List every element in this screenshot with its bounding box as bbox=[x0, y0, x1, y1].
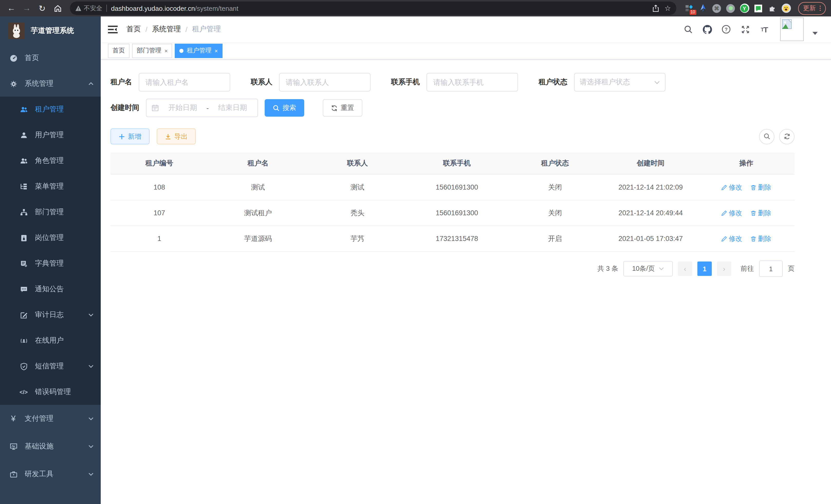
breadcrumb-home[interactable]: 首页 bbox=[126, 25, 141, 34]
navbar: 首页 / 系统管理 / 租户管理 ? bbox=[101, 17, 831, 42]
id-badge-icon bbox=[20, 234, 28, 242]
trash-icon bbox=[750, 236, 756, 242]
avatar-caret-icon[interactable] bbox=[812, 32, 818, 35]
extension-badge: 10 bbox=[689, 10, 696, 15]
date-range-picker[interactable]: 开始日期 - 结束日期 bbox=[146, 99, 258, 117]
tag-dept[interactable]: 部门管理 × bbox=[132, 43, 172, 58]
chevron-down-icon bbox=[88, 365, 93, 368]
mobile-input[interactable] bbox=[427, 73, 518, 91]
tenant-name-input[interactable] bbox=[139, 73, 230, 91]
trash-icon bbox=[750, 184, 756, 190]
app-logo-row[interactable]: 芋道管理系统 bbox=[0, 17, 101, 45]
breadcrumb-system[interactable]: 系统管理 bbox=[152, 25, 181, 34]
reset-button[interactable]: 重置 bbox=[323, 99, 362, 117]
sidebar-item-pay[interactable]: ¥ 支付管理 bbox=[0, 405, 101, 433]
page-size-select[interactable]: 10条/页 bbox=[623, 261, 673, 276]
goto-label: 前往 bbox=[741, 264, 754, 273]
app-logo bbox=[8, 23, 25, 39]
sidebar: 芋道管理系统 首页 系统管理 bbox=[0, 17, 101, 504]
sidebar-item-menu[interactable]: 菜单管理 bbox=[0, 174, 101, 199]
goto-page-input[interactable] bbox=[759, 261, 783, 277]
sidebar-item-system[interactable]: 系统管理 bbox=[0, 71, 101, 97]
edit-link[interactable]: 修改 bbox=[721, 183, 742, 192]
plus-icon bbox=[119, 133, 125, 140]
breadcrumb: 首页 / 系统管理 / 租户管理 bbox=[126, 25, 221, 34]
close-icon[interactable]: × bbox=[165, 48, 168, 54]
address-bar[interactable]: 不安全 dashboard.yudao.iocoder.cn /system/t… bbox=[70, 2, 676, 15]
delete-link[interactable]: 删除 bbox=[750, 208, 771, 217]
extension-puzzle-icon[interactable] bbox=[768, 4, 777, 13]
search-button[interactable]: 搜索 bbox=[265, 99, 304, 117]
refresh-table-button[interactable] bbox=[779, 129, 795, 144]
prev-page-button[interactable]: ‹ bbox=[678, 262, 692, 276]
contact-input[interactable] bbox=[279, 73, 371, 91]
help-icon[interactable]: ? bbox=[721, 24, 731, 34]
sidebar-item-post[interactable]: 岗位管理 bbox=[0, 225, 101, 251]
extension-grid-icon[interactable]: 10 bbox=[684, 4, 693, 13]
sidebar-item-notice[interactable]: 通知公告 bbox=[0, 276, 101, 302]
col-mobile: 联系手机 bbox=[407, 153, 507, 174]
avatar[interactable] bbox=[780, 18, 804, 41]
roles-icon bbox=[20, 157, 28, 165]
sidebar-item-user[interactable]: 用户管理 bbox=[0, 122, 101, 148]
mobile-label: 联系手机 bbox=[391, 78, 420, 87]
tag-home[interactable]: 首页 bbox=[108, 43, 130, 58]
edit-link[interactable]: 修改 bbox=[721, 208, 742, 217]
sidebar-item-infra[interactable]: 基础设施 bbox=[0, 433, 101, 460]
edit-link[interactable]: 修改 bbox=[721, 234, 742, 243]
sidebar-item-devtools[interactable]: 研发工具 bbox=[0, 460, 101, 488]
sidebar-item-errcode[interactable]: </> 错误码管理 bbox=[0, 379, 101, 405]
sidebar-item-audit-log[interactable]: 审计日志 bbox=[0, 302, 101, 328]
sidebar-item-dict[interactable]: 字典管理 bbox=[0, 251, 101, 276]
share-icon[interactable] bbox=[652, 4, 659, 12]
edit-icon bbox=[721, 210, 727, 216]
delete-link[interactable]: 删除 bbox=[750, 234, 771, 243]
search-icon[interactable] bbox=[683, 24, 693, 34]
extension-kite-icon[interactable] bbox=[698, 4, 708, 13]
sidebar-item-role[interactable]: 角色管理 bbox=[0, 148, 101, 174]
delete-link[interactable]: 删除 bbox=[750, 183, 771, 192]
sidebar-collapse-icon[interactable] bbox=[108, 24, 118, 34]
broken-image-icon bbox=[782, 19, 792, 29]
edit-icon bbox=[721, 236, 727, 242]
omnibox-divider bbox=[106, 5, 107, 12]
status-select[interactable]: 请选择租户状态 bbox=[574, 73, 665, 91]
extension-emoji-avatar[interactable] bbox=[781, 4, 791, 13]
end-date-placeholder[interactable]: 结束日期 bbox=[213, 103, 252, 113]
url-path[interactable]: /system/tenant bbox=[195, 4, 238, 12]
extension-y-icon[interactable]: Y bbox=[740, 4, 749, 13]
security-label[interactable]: 不安全 bbox=[84, 4, 102, 12]
toggle-search-button[interactable] bbox=[759, 129, 774, 144]
reload-icon[interactable]: ↻ bbox=[36, 2, 48, 14]
add-button[interactable]: 新增 bbox=[111, 128, 149, 144]
user-icon bbox=[20, 131, 28, 139]
export-button[interactable]: 导出 bbox=[157, 128, 196, 144]
not-secure-warning-icon bbox=[75, 5, 82, 11]
sidebar-item-dept[interactable]: 部门管理 bbox=[0, 199, 101, 225]
url-host[interactable]: dashboard.yudao.iocoder.cn bbox=[111, 4, 195, 12]
github-icon[interactable] bbox=[702, 24, 712, 34]
next-page-button[interactable]: › bbox=[717, 262, 731, 276]
extension-chat-icon[interactable] bbox=[754, 4, 763, 13]
bookmark-star-icon[interactable]: ☆ bbox=[664, 4, 671, 12]
font-size-icon[interactable]: TT bbox=[759, 24, 769, 34]
home-icon[interactable] bbox=[51, 2, 64, 14]
forward-icon[interactable]: → bbox=[21, 2, 33, 14]
yen-icon: ¥ bbox=[9, 415, 18, 423]
chrome-update-button[interactable]: 更新 bbox=[798, 2, 826, 14]
back-icon[interactable]: ← bbox=[5, 2, 18, 14]
svg-text:?: ? bbox=[725, 27, 728, 32]
sidebar-item-sms[interactable]: 短信管理 bbox=[0, 353, 101, 379]
fullscreen-icon[interactable] bbox=[740, 24, 750, 34]
start-date-placeholder[interactable]: 开始日期 bbox=[163, 103, 202, 113]
sidebar-item-online-users[interactable]: 在线用户 bbox=[0, 328, 101, 353]
sidebar-item-home[interactable]: 首页 bbox=[0, 45, 101, 71]
page-1-button[interactable]: 1 bbox=[697, 262, 712, 276]
extension-record-icon[interactable] bbox=[726, 4, 735, 13]
tag-tenant[interactable]: 租户管理 × bbox=[175, 43, 223, 58]
sidebar-item-tenant[interactable]: 租户管理 bbox=[0, 97, 101, 122]
message-icon bbox=[20, 285, 28, 293]
chrome-menu-icon[interactable] bbox=[820, 5, 821, 12]
extension-command-icon[interactable]: ⌘ bbox=[712, 4, 721, 13]
close-icon[interactable]: × bbox=[214, 48, 218, 54]
